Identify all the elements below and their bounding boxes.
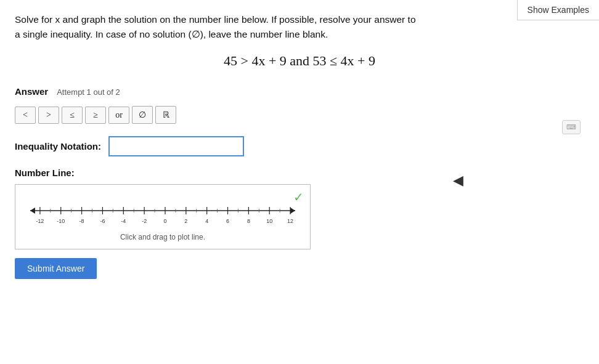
answer-label: Answer <box>15 86 48 97</box>
submit-answer-button[interactable]: Submit Answer <box>15 258 97 279</box>
symbol-buttons-row: < > ≤ ≥ or ∅ ℝ <box>15 106 584 124</box>
main-content: Solve for x and graph the solution on th… <box>0 0 599 294</box>
number-line-check-icon: ✓ <box>293 190 304 204</box>
number-line-label: Number Line: <box>15 168 584 178</box>
number-line-container[interactable]: ✓ -12 -10 <box>15 184 311 249</box>
less-than-button[interactable]: < <box>15 107 36 124</box>
greater-than-button[interactable]: > <box>38 107 59 124</box>
svg-text:6: 6 <box>226 218 229 224</box>
svg-text:0: 0 <box>163 218 166 224</box>
inequality-notation-row: Inequality Notation: <box>15 136 584 156</box>
empty-set-button[interactable]: ∅ <box>132 106 153 124</box>
svg-text:-6: -6 <box>100 218 105 224</box>
greater-equal-button[interactable]: ≥ <box>85 107 106 124</box>
equation-text: 45 > 4x + 9 and 53 ≤ 4x + 9 <box>224 53 375 68</box>
svg-marker-2 <box>290 208 295 214</box>
svg-marker-1 <box>30 208 35 214</box>
svg-text:4: 4 <box>205 218 208 224</box>
problem-line1: Solve for x and graph the solution on th… <box>15 14 416 25</box>
problem-text: Solve for x and graph the solution on th… <box>15 12 545 42</box>
attempt-label: Attempt 1 out of 2 <box>57 87 120 97</box>
equation-display: 45 > 4x + 9 and 53 ≤ 4x + 9 <box>15 53 584 69</box>
svg-text:12: 12 <box>287 218 293 224</box>
svg-text:-2: -2 <box>142 218 147 224</box>
svg-text:-10: -10 <box>57 218 65 224</box>
answer-section: Answer Attempt 1 out of 2 < > ≤ ≥ or ∅ ℝ… <box>15 86 584 279</box>
problem-line2: a single inequality. In case of no solut… <box>15 29 328 39</box>
or-button[interactable]: or <box>108 107 129 124</box>
keyboard-icon: ⌨ <box>562 120 581 134</box>
svg-text:-8: -8 <box>79 218 84 224</box>
real-numbers-button[interactable]: ℝ <box>155 106 176 124</box>
number-line-section: Number Line: ✓ -12 <box>15 168 584 249</box>
number-line-svg[interactable]: -12 -10 -8 -6 -4 -2 <box>25 198 300 229</box>
svg-text:-4: -4 <box>121 218 126 224</box>
svg-text:2: 2 <box>184 218 187 224</box>
inequality-notation-input[interactable] <box>108 136 244 156</box>
svg-text:-12: -12 <box>36 218 44 224</box>
svg-text:8: 8 <box>247 218 250 224</box>
less-equal-button[interactable]: ≤ <box>62 107 83 124</box>
number-line-hint: Click and drag to plot line. <box>25 233 300 241</box>
svg-text:10: 10 <box>266 218 272 224</box>
show-examples-button[interactable]: Show Examples <box>517 0 599 20</box>
inequality-notation-label: Inequality Notation: <box>15 141 101 152</box>
